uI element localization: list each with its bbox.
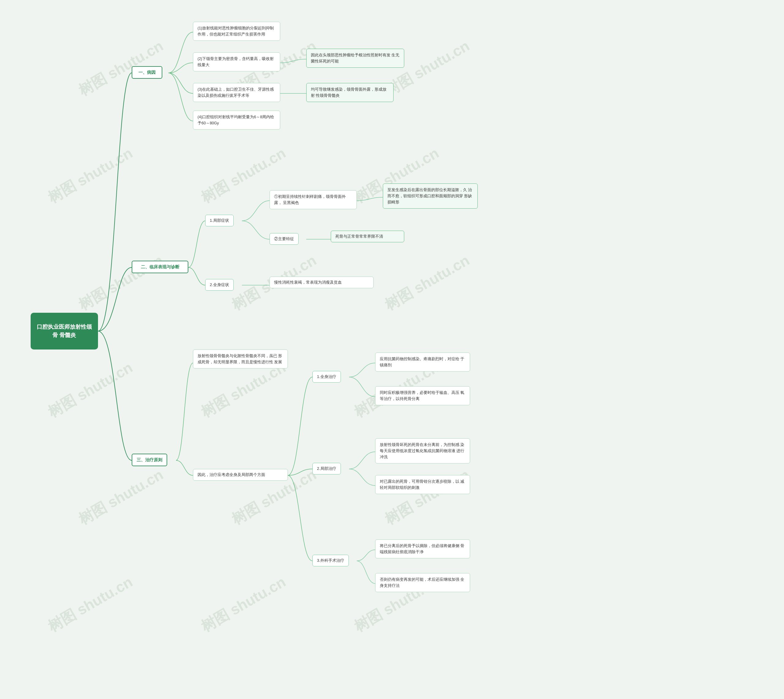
san-c2-2: 对已露出的死骨，可用骨钳分次逐步咬除，以 减轻对局部软组织的刺激 xyxy=(375,475,470,494)
root-label: 口腔执业医师放射性颌骨 骨髓炎 xyxy=(36,323,93,340)
level1-yi: 一、病因 xyxy=(132,66,162,79)
watermark: 树图 shutu.cn xyxy=(381,250,473,315)
er-c1-sub-label: 至发生感染后在露出骨面的部位长期溢脓，久 治而不愈，软组织可形成口腔和面颊部的洞… xyxy=(387,188,472,204)
san-l2-3-label: 3.外科手术治疗 xyxy=(317,558,344,563)
l1-san-label: 三、治疗原则 xyxy=(137,457,162,462)
er-c1-main: ①初期呈持续性针刺样剧痛，颌骨骨面外露， 呈黑褐色 xyxy=(270,190,357,209)
watermark: 树图 shutu.cn xyxy=(381,36,473,101)
san-l2-1: 1.全身治疗 xyxy=(313,371,341,383)
er-l2-1-label: 1.局部症状 xyxy=(210,218,229,223)
san-c3-1-label: 将已分离后的死骨予以摘除，但必须将健康侧 骨端残留病灶彻底消除干净 xyxy=(380,544,464,554)
san-intro-label: 放射性颌骨骨髓炎与化脓性骨髓炎不同，虽已 形成死骨，却无明显界限，而且是慢性进行… xyxy=(197,354,282,364)
yi-c4-label: (4)口腔组织对射线平均耐受量为6～8周内给 予60～80Gy xyxy=(197,115,274,125)
yi-content-3: (3)在此基础上，如口腔卫生不佳、牙源性感 染以及损伤或施行拔牙手术等 xyxy=(193,83,280,102)
yi-content-3-sub: 均可导致继发感染，颌骨骨面外露，形成放射 性颌骨骨髓炎 xyxy=(306,83,394,102)
mindmap-container: 树图 shutu.cn 树图 shutu.cn 树图 shutu.cn 树图 s… xyxy=(12,13,772,686)
er-c1-sub: 至发生感染后在露出骨面的部位长期溢脓，久 治而不愈，软组织可形成口腔和面颊部的洞… xyxy=(383,184,478,209)
er-c2-main: ②主要特征 xyxy=(270,233,299,245)
san-c1-2: 同时应积极增强营养，必要时给于输血、高压 氧等治疗，以待死骨分离 xyxy=(375,386,470,405)
yi-c1-label: (1)放射线能对恶性肿瘤细胞的分裂起到抑制 作用，但也能对正常组织产生损害作用 xyxy=(197,26,274,36)
er-l2-2: 2.全身症状 xyxy=(205,279,234,291)
san-l2-3: 3.外科手术治疗 xyxy=(313,555,349,566)
san-l2-2: 2.局部治疗 xyxy=(313,463,341,474)
yi-c3-main-label: (3)在此基础上，如口腔卫生不佳、牙源性感 染以及损伤或施行拔牙手术等 xyxy=(197,87,274,98)
yi-c3-sub-label: 均可导致继发感染，颌骨骨面外露，形成放射 性颌骨骨髓炎 xyxy=(311,87,387,98)
watermark: 树图 shutu.cn xyxy=(75,250,167,315)
san-c3-2: 否则仍有病变再发的可能，术后还应继续加强 全身支持疗法 xyxy=(375,573,470,592)
san-intro2: 因此，治疗应考虑全身及局部两个方面 xyxy=(193,469,288,480)
san-intro2-label: 因此，治疗应考虑全身及局部两个方面 xyxy=(197,473,265,477)
san-c3-1: 将已分离后的死骨予以摘除，但必须将健康侧 骨端残留病灶彻底消除干净 xyxy=(375,539,470,558)
er-l2-2-label: 2.全身症状 xyxy=(210,282,229,287)
san-l2-1-label: 1.全身治疗 xyxy=(317,374,336,379)
san-c2-1: 放射性颌骨坏死的死骨在未分离前，为控制感 染每天应使用低浓度过氧化氢或抗菌药物溶… xyxy=(375,438,470,464)
san-c1-1-label: 应用抗菌药物控制感染。疼痛剧烈时，对症给 于镇痛剂 xyxy=(380,357,464,367)
er-c2-main-label: ②主要特征 xyxy=(274,237,294,241)
l1-er-label: 二、临床表现与诊断 xyxy=(141,264,179,269)
level1-san: 三、治疗原则 xyxy=(132,454,167,466)
san-intro: 放射性颌骨骨髓炎与化脓性骨髓炎不同，虽已 形成死骨，却无明显界限，而且是慢性进行… xyxy=(193,350,288,368)
yi-c2-sub-label: 因此在头颈部恶性肿瘤给予根治性照射时有发 生无菌性坏死的可能 xyxy=(311,53,399,63)
yi-content-1: (1)放射线能对恶性肿瘤细胞的分裂起到抑制 作用，但也能对正常组织产生损害作用 xyxy=(193,22,280,41)
san-c1-2-label: 同时应积极增强营养，必要时给于输血、高压 氧等治疗，以待死骨分离 xyxy=(380,391,464,401)
san-c2-2-label: 对已露出的死骨，可用骨钳分次逐步咬除，以 减轻对局部软组织的刺激 xyxy=(380,479,464,490)
l1-yi-label: 一、病因 xyxy=(139,70,155,75)
yi-content-4: (4)口腔组织对射线平均耐受量为6～8周内给 予60～80Gy xyxy=(193,111,280,129)
er-c2-sub: 死骨与正常骨常常界限不清 xyxy=(331,231,404,242)
watermark: 树图 shutu.cn xyxy=(45,358,136,422)
yi-content-2: (2)下颌骨主要为密质骨，含钙量高，吸收射 线量大 xyxy=(193,52,280,71)
level1-er: 二、临床表现与诊断 xyxy=(132,261,189,273)
root-node: 口腔执业医师放射性颌骨 骨髓炎 xyxy=(31,313,98,350)
yi-content-2-sub: 因此在头颈部恶性肿瘤给予根治性照射时有发 生无菌性坏死的可能 xyxy=(306,49,404,68)
san-c3-2-label: 否则仍有病变再发的可能，术后还应继续加强 全身支持疗法 xyxy=(380,577,464,588)
san-c2-1-label: 放射性颌骨坏死的死骨在未分离前，为控制感 染每天应使用低浓度过氧化氢或抗菌药物溶… xyxy=(380,442,464,459)
watermark: 树图 shutu.cn xyxy=(381,465,473,529)
watermark: 树图 shutu.cn xyxy=(75,465,167,529)
watermark: 树图 shutu.cn xyxy=(45,143,136,208)
san-l2-2-label: 2.局部治疗 xyxy=(317,466,336,471)
san-c1-1: 应用抗菌药物控制感染。疼痛剧烈时，对症给 于镇痛剂 xyxy=(375,353,470,371)
er-c2-sub-label: 死骨与正常骨常常界限不清 xyxy=(335,234,383,239)
yi-c2-main-label: (2)下颌骨主要为密质骨，含钙量高，吸收射 线量大 xyxy=(197,57,274,67)
er-l2-1: 1.局部症状 xyxy=(205,215,234,226)
er-c3: 慢性消耗性衰竭，常表现为消瘦及贫血 xyxy=(270,277,374,288)
watermark: 树图 shutu.cn xyxy=(197,572,289,636)
er-c1-main-label: ①初期呈持续性针刺样剧痛，颌骨骨面外露， 呈黑褐色 xyxy=(274,194,346,205)
er-c3-label: 慢性消耗性衰竭，常表现为消瘦及贫血 xyxy=(274,280,342,285)
watermark: 树图 shutu.cn xyxy=(45,572,136,636)
